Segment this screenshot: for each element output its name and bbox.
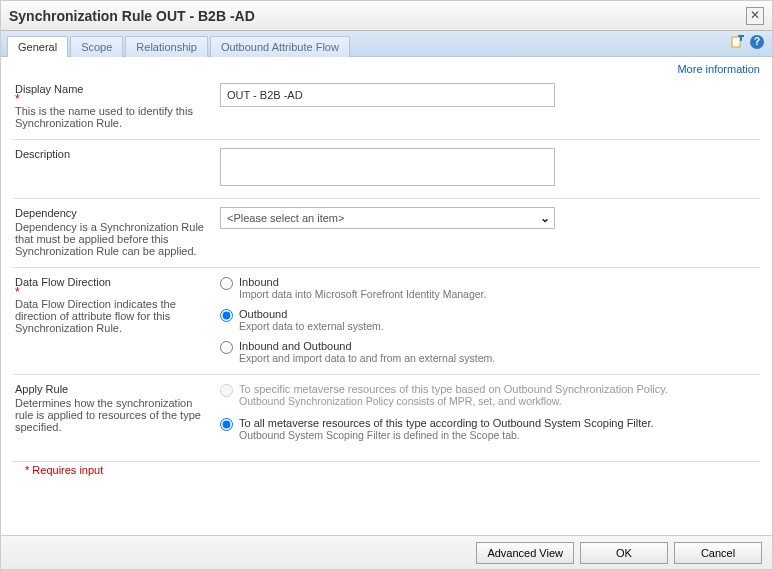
- radio-both-desc: Export and import data to and from an ex…: [239, 352, 495, 364]
- radio-apply-all[interactable]: [220, 418, 233, 431]
- help-icon[interactable]: ?: [750, 35, 764, 49]
- data-flow-desc: Data Flow Direction indicates the direct…: [15, 298, 208, 334]
- apply-specific-title: To specific metaverse resources of this …: [239, 383, 668, 395]
- label-col: Apply Rule Determines how the synchroniz…: [15, 383, 220, 451]
- titlebar: Synchronization Rule OUT - B2B -AD ✕: [1, 1, 772, 31]
- section-description: Description: [13, 140, 760, 199]
- tab-general[interactable]: General: [7, 36, 68, 57]
- display-name-label: Display Name: [15, 83, 208, 95]
- input-col: Inbound Import data into Microsoft Foref…: [220, 276, 758, 364]
- cancel-button[interactable]: Cancel: [674, 542, 762, 564]
- requires-input-note: * Requires input: [13, 462, 760, 482]
- radio-inbound-title: Inbound: [239, 276, 486, 288]
- radio-label-wrap: To all metaverse resources of this type …: [239, 417, 654, 441]
- tab-content: More information Display Name * This is …: [1, 57, 772, 535]
- window-title: Synchronization Rule OUT - B2B -AD: [9, 8, 255, 24]
- radio-label-wrap: Inbound Import data into Microsoft Foref…: [239, 276, 486, 300]
- tabstrip-actions: ?: [730, 35, 764, 49]
- description-input[interactable]: [220, 148, 555, 186]
- dependency-desc: Dependency is a Synchronization Rule tha…: [15, 221, 208, 257]
- radio-apply-all-row: To all metaverse resources of this type …: [220, 417, 758, 441]
- ok-button[interactable]: OK: [580, 542, 668, 564]
- radio-both[interactable]: [220, 341, 233, 354]
- label-col: Data Flow Direction * Data Flow Directio…: [15, 276, 220, 364]
- add-icon[interactable]: [730, 35, 744, 49]
- display-name-input[interactable]: [220, 83, 555, 107]
- button-bar: Advanced View OK Cancel: [1, 535, 772, 569]
- input-col: [220, 83, 758, 129]
- dependency-placeholder: <Please select an item>: [227, 212, 344, 224]
- close-icon[interactable]: ✕: [746, 7, 764, 25]
- radio-apply-specific-row: To specific metaverse resources of this …: [220, 383, 758, 407]
- apply-rule-label: Apply Rule: [15, 383, 208, 395]
- radio-label-wrap: Outbound Export data to external system.: [239, 308, 384, 332]
- tab-label: Relationship: [136, 41, 197, 53]
- radio-outbound-title: Outbound: [239, 308, 384, 320]
- apply-all-title: To all metaverse resources of this type …: [239, 417, 654, 429]
- svg-rect-2: [740, 35, 742, 41]
- required-star: *: [15, 288, 208, 296]
- input-col: [220, 148, 758, 188]
- radio-label-wrap: Inbound and Outbound Export and import d…: [239, 340, 495, 364]
- tab-label: Scope: [81, 41, 112, 53]
- radio-label-wrap: To specific metaverse resources of this …: [239, 383, 668, 407]
- tab-scope[interactable]: Scope: [70, 36, 123, 57]
- apply-specific-desc: Outbound Synchronization Policy consists…: [239, 395, 668, 407]
- input-col: <Please select an item> ⌄: [220, 207, 758, 257]
- input-col: To specific metaverse resources of this …: [220, 383, 758, 451]
- tab-label: Outbound Attribute Flow: [221, 41, 339, 53]
- data-flow-label: Data Flow Direction: [15, 276, 208, 288]
- apply-all-desc: Outbound System Scoping Filter is define…: [239, 429, 654, 441]
- tab-label: General: [18, 41, 57, 53]
- svg-rect-0: [732, 37, 740, 47]
- section-apply-rule: Apply Rule Determines how the synchroniz…: [13, 375, 760, 462]
- section-display-name: Display Name * This is the name used to …: [13, 75, 760, 140]
- apply-rule-desc: Determines how the synchronization rule …: [15, 397, 208, 433]
- radio-apply-specific: [220, 384, 233, 397]
- tabstrip: General Scope Relationship Outbound Attr…: [1, 31, 772, 57]
- label-col: Dependency Dependency is a Synchronizati…: [15, 207, 220, 257]
- section-data-flow: Data Flow Direction * Data Flow Directio…: [13, 268, 760, 375]
- radio-both-title: Inbound and Outbound: [239, 340, 495, 352]
- advanced-view-button[interactable]: Advanced View: [476, 542, 574, 564]
- label-col: Display Name * This is the name used to …: [15, 83, 220, 129]
- chevron-down-icon: ⌄: [540, 211, 550, 225]
- section-dependency: Dependency Dependency is a Synchronizati…: [13, 199, 760, 268]
- dialog-window: Synchronization Rule OUT - B2B -AD ✕ Gen…: [0, 0, 773, 570]
- radio-both-row: Inbound and Outbound Export and import d…: [220, 340, 758, 364]
- description-label: Description: [15, 148, 208, 160]
- radio-outbound-desc: Export data to external system.: [239, 320, 384, 332]
- radio-inbound-row: Inbound Import data into Microsoft Foref…: [220, 276, 758, 300]
- tab-relationship[interactable]: Relationship: [125, 36, 208, 57]
- tab-outbound-attribute-flow[interactable]: Outbound Attribute Flow: [210, 36, 350, 57]
- display-name-desc: This is the name used to identify this S…: [15, 105, 208, 129]
- radio-outbound[interactable]: [220, 309, 233, 322]
- dependency-label: Dependency: [15, 207, 208, 219]
- more-info-row: More information: [13, 63, 760, 75]
- required-star: *: [15, 95, 208, 103]
- radio-inbound[interactable]: [220, 277, 233, 290]
- radio-outbound-row: Outbound Export data to external system.: [220, 308, 758, 332]
- label-col: Description: [15, 148, 220, 188]
- radio-inbound-desc: Import data into Microsoft Forefront Ide…: [239, 288, 486, 300]
- dependency-select[interactable]: <Please select an item> ⌄: [220, 207, 555, 229]
- more-information-link[interactable]: More information: [677, 63, 760, 75]
